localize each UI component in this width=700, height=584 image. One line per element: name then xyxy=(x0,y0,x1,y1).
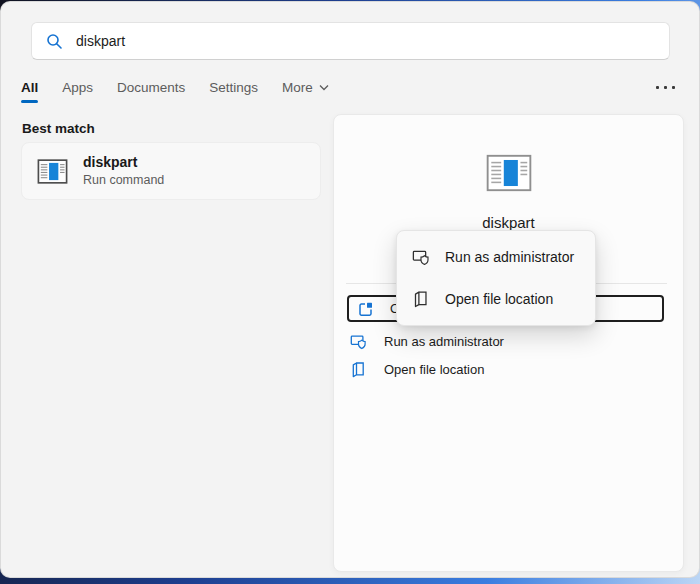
tab-apps[interactable]: Apps xyxy=(62,80,93,103)
file-location-icon xyxy=(350,361,367,378)
more-options-icon[interactable] xyxy=(656,80,675,89)
tab-more[interactable]: More xyxy=(282,80,329,103)
action-admin-label: Run as administrator xyxy=(384,334,504,349)
search-filter-tabs: All Apps Documents Settings More xyxy=(21,80,675,106)
result-subtitle: Run command xyxy=(83,172,164,188)
action-run-as-administrator[interactable]: Run as administrator xyxy=(350,330,504,352)
menu-item-label: Run as administrator xyxy=(445,249,574,265)
search-box[interactable] xyxy=(31,22,670,60)
admin-shield-icon xyxy=(412,248,430,266)
tab-documents[interactable]: Documents xyxy=(117,80,185,103)
context-menu: Run as administrator Open file location xyxy=(396,230,596,326)
best-match-result[interactable]: diskpart Run command xyxy=(21,142,321,200)
selected-tab-underline xyxy=(21,100,38,103)
tab-settings[interactable]: Settings xyxy=(209,80,258,103)
tab-all[interactable]: All xyxy=(21,80,38,103)
result-title: diskpart xyxy=(83,154,164,172)
admin-shield-icon xyxy=(350,333,367,350)
chevron-down-icon xyxy=(319,84,329,91)
preview-app-title: diskpart xyxy=(334,214,683,231)
diskpart-app-icon xyxy=(36,155,69,188)
menu-item-label: Open file location xyxy=(445,291,553,307)
menu-item-open-file-location[interactable]: Open file location xyxy=(397,279,595,319)
diskpart-app-icon-large xyxy=(484,148,534,198)
best-match-texts: diskpart Run command xyxy=(83,154,164,188)
best-match-header: Best match xyxy=(22,121,95,136)
search-icon xyxy=(46,33,63,50)
preview-panel: diskpart Open Run as administrator Op xyxy=(333,114,684,572)
menu-item-run-as-administrator[interactable]: Run as administrator xyxy=(397,237,595,277)
action-file-label: Open file location xyxy=(384,362,484,377)
file-location-icon xyxy=(412,290,430,308)
open-launch-icon xyxy=(357,301,373,317)
action-open-file-location[interactable]: Open file location xyxy=(350,358,484,380)
search-input[interactable] xyxy=(76,33,655,49)
search-flyout-window: All Apps Documents Settings More Best ma… xyxy=(0,1,700,578)
